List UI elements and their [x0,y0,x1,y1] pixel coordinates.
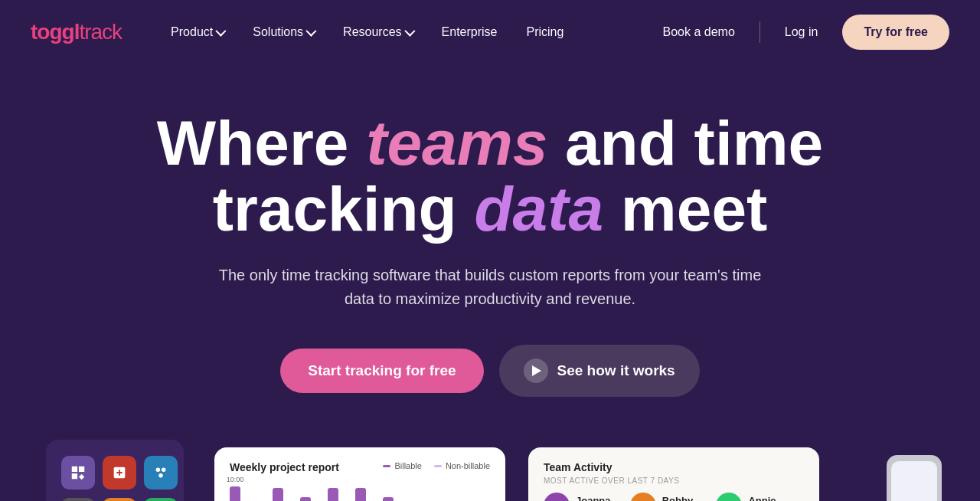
avatar: B [630,493,656,501]
book-demo-link[interactable]: Book a demo [651,18,747,47]
bar-group: 8:00 [328,486,351,501]
app-icon-6 [144,498,178,501]
preview-area: Weekly project report Billable Non-billa… [0,440,980,501]
most-active-label: MOST ACTIVE OVER LAST 7 DAYS [544,476,804,485]
logo-track: track [79,20,122,44]
hero-subtitle: The only time tracking software that bui… [214,264,766,311]
hero-title-teams: teams [366,108,547,178]
nav-label-solutions: Solutions [253,25,303,39]
navbar: toggl track Product Solutions Resources … [0,0,980,64]
bar-group: 6:00 [383,486,406,501]
phone-mockup: 🤎 [858,440,949,501]
report-card: Weekly project report Billable Non-billa… [214,447,505,501]
svg-point-3 [158,473,163,478]
bar-group: 6:00 [300,486,323,501]
legend-dot-billable [383,465,390,467]
legend-non-billable-label: Non-billable [446,461,490,470]
hero-title-part4: meet [603,174,767,244]
hero-title-data: data [474,174,603,244]
team-card-title: Team Activity [544,461,804,473]
bar-group [245,486,268,501]
hero-title-part3: tracking [213,174,475,244]
chart-legend: Billable Non-billable [383,461,490,470]
bar-chart: 10:008:006:008:008:006:00 [230,481,490,501]
play-icon [524,359,548,383]
team-members-list: JJoanna25:29:45BBobby23:10:00AAnnie23:00… [544,493,804,501]
app-icon-1 [61,456,95,490]
nav-label-resources: Resources [343,25,401,39]
app-icon-3 [144,456,178,490]
nav-label-enterprise: Enterprise [442,25,498,39]
legend-dot-non-billable [434,465,442,467]
login-link[interactable]: Log in [773,18,831,47]
member-info: Annie23:00:00 [748,495,784,501]
bar-billable [300,497,311,501]
nav-item-pricing[interactable]: Pricing [514,18,576,47]
start-tracking-button[interactable]: Start tracking for free [280,349,483,393]
logo[interactable]: toggl track [31,20,122,44]
chevron-down-icon [305,26,316,37]
chevron-down-icon [216,26,227,37]
hero-title: Where teams and time tracking data meet [31,110,949,242]
bar-billable [230,486,240,501]
avatar: A [716,493,742,501]
hero-section: Where teams and time tracking data meet … [0,64,980,397]
svg-point-2 [162,467,166,472]
bar-billable [383,497,394,501]
legend-billable: Billable [383,461,421,470]
app-icon-5 [103,498,136,501]
legend-non-billable: Non-billable [434,461,490,470]
svg-point-1 [156,467,161,472]
team-member: AAnnie23:00:00 [716,493,784,501]
try-free-button[interactable]: Try for free [842,15,949,50]
team-member: BBobby23:10:00 [630,493,698,501]
nav-item-solutions[interactable]: Solutions [240,18,326,47]
bar-group: 10:00 [230,486,240,501]
bar-group: 8:00 [273,486,296,501]
hero-title-part1: Where [157,108,366,178]
nav-item-resources[interactable]: Resources [331,18,424,47]
bar-billable [355,488,366,501]
nav-item-product[interactable]: Product [158,18,236,47]
phone-screen [891,461,937,501]
app-icon-4 [61,498,95,501]
see-how-label: See how it works [557,362,675,379]
nav-item-enterprise[interactable]: Enterprise [430,18,510,47]
avatar: J [544,493,570,501]
nav-divider [760,21,760,43]
bar-billable [273,488,283,501]
nav-label-pricing: Pricing [526,25,564,39]
member-info: Bobby23:10:00 [662,495,698,501]
play-triangle-icon [532,365,541,376]
team-activity-card: Team Activity MOST ACTIVE OVER LAST 7 DA… [528,447,819,501]
legend-billable-label: Billable [394,461,421,470]
icons-strip [46,440,184,501]
member-name: Annie [748,495,784,501]
member-name: Bobby [662,495,698,501]
member-name: Joanna [576,495,612,501]
hero-cta: Start tracking for free See how it works [31,345,949,397]
nav-right: Book a demo Log in Try for free [651,15,949,50]
hero-title-part2: and time [547,108,823,178]
member-info: Joanna25:29:45 [576,495,612,501]
chevron-down-icon [404,26,415,37]
nav-links: Product Solutions Resources Enterprise P… [158,18,650,47]
nav-label-product: Product [171,25,213,39]
logo-toggl: toggl [31,20,79,44]
phone-body [887,455,942,501]
see-how-it-works-button[interactable]: See how it works [499,345,700,397]
team-member: JJoanna25:29:45 [544,493,612,501]
bar-billable [328,488,338,501]
bar-group: 8:00 [355,486,378,501]
app-icon-2 [103,456,136,490]
